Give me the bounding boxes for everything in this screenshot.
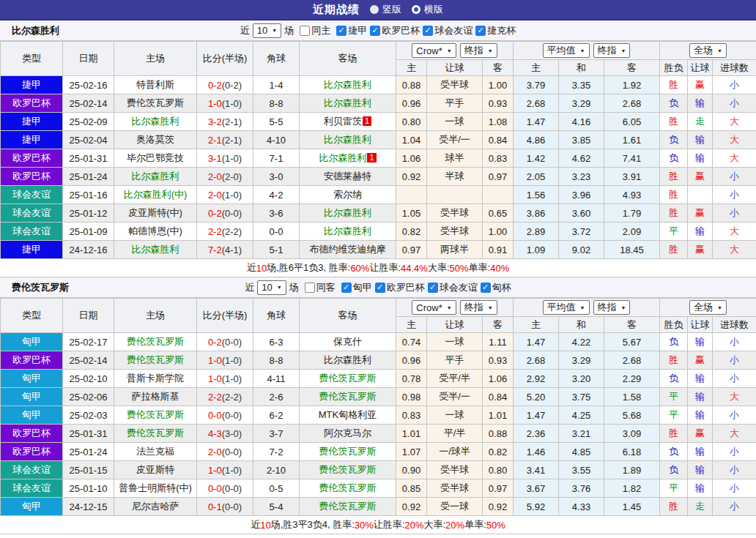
corner-cell: 1-4 (253, 76, 300, 94)
avg-away-odds: 3.91 (604, 168, 660, 186)
handicap-home-odds: 0.92 (396, 168, 427, 186)
sub-away-odds: 客 (483, 317, 514, 333)
league-filter-checkbox[interactable]: ✓匈杯 (481, 281, 511, 294)
avg-draw-odds: 4.25 (559, 406, 604, 425)
league-filter-checkbox[interactable]: ✓捷甲 (336, 24, 367, 37)
avg-home-odds: 5.20 (514, 388, 559, 406)
result-winloss: 负 (660, 149, 688, 168)
fulltime-select[interactable]: 全场▼ (689, 300, 727, 315)
checkbox-checked-icon[interactable]: ✓ (375, 283, 385, 293)
avg-home-odds: 1.09 (514, 241, 559, 259)
handicap-away-odds: 0.84 (483, 131, 514, 149)
avg-away-odds: 2.68 (604, 351, 660, 370)
bookmaker-select[interactable]: Crow*▼ (412, 43, 456, 58)
col-date: 日期 (63, 299, 114, 333)
section-summary: 近10场,胜3平3负4, 胜率:30% 让胜率:20% 大率:20% 单率:50… (0, 516, 756, 534)
avg-away-odds: 1.89 (604, 461, 660, 479)
final-odds-select[interactable]: 终指▼ (460, 300, 497, 315)
score-cell: 0-2(0-0) (197, 204, 253, 223)
recent-count-select[interactable]: 10 ▼ (257, 280, 286, 295)
league-filter-checkbox[interactable]: ✓捷克杯 (475, 24, 516, 37)
result-goals: 小 (713, 333, 756, 351)
handicap-line: 平/半 (427, 425, 483, 443)
red-card-badge: 1 (363, 116, 371, 126)
chevron-down-icon: ▼ (447, 48, 452, 53)
score-cell: 3-1(1-0) (197, 149, 253, 168)
type-cell: 捷甲 (1, 241, 63, 259)
home-team-cell: 费伦茨瓦罗斯 (114, 333, 197, 351)
home-team-cell: 普斯卡斯学院 (114, 370, 197, 388)
date-cell: 25-02-16 (63, 76, 114, 94)
average-select[interactable]: 平均值▼ (543, 43, 590, 58)
average-select[interactable]: 平均值▼ (543, 300, 590, 315)
checkbox-checked-icon[interactable]: ✓ (341, 283, 352, 293)
checkbox-checked-icon[interactable]: ✓ (336, 26, 346, 36)
final-odds-select-2[interactable]: 终指▼ (593, 43, 631, 58)
league-filter-checkbox[interactable]: ✓球会友谊 (428, 281, 478, 294)
checkbox-checked-icon[interactable]: ✓ (475, 26, 486, 36)
handicap-away-odds: 0.91 (483, 241, 514, 259)
checkbox-icon[interactable] (305, 283, 315, 293)
checkbox-checked-icon[interactable]: ✓ (370, 26, 380, 36)
col-home: 主场 (114, 299, 197, 333)
handicap-away-odds: 0.82 (483, 443, 514, 461)
result-goals: 大 (713, 425, 756, 443)
final-odds-select-2[interactable]: 终指▼ (593, 300, 631, 315)
checkbox-checked-icon[interactable]: ✓ (423, 26, 433, 36)
recent-count-select[interactable]: 10 ▼ (253, 23, 281, 38)
bookmaker-select[interactable]: Crow*▼ (412, 300, 456, 315)
result-handicap: 输 (688, 370, 713, 388)
corner-cell: 8-8 (253, 94, 300, 113)
date-cell: 25-02-14 (63, 94, 114, 113)
sub-avg-away: 客 (604, 317, 660, 333)
corner-cell: 6-3 (253, 333, 300, 351)
league-filter-checkbox[interactable]: ✓球会友谊 (423, 24, 472, 37)
result-handicap: 走 (688, 113, 713, 131)
league-filter-checkbox[interactable]: ✓欧罗巴杯 (375, 281, 425, 294)
score-cell: 1-0(1-0) (197, 94, 253, 113)
avg-home-odds: 2.05 (514, 168, 559, 186)
home-team-cell: 尼尔吉哈萨 (114, 498, 197, 516)
match-row: 捷甲24-12-16比尔森胜利7-2(4-1)5-1布德约维茨迪纳摩0.97两球… (1, 241, 756, 259)
checkbox-checked-icon[interactable]: ✓ (428, 283, 438, 293)
score-cell: 0-0(0-0) (197, 479, 253, 498)
radio-horizontal-layout[interactable]: 横版 (412, 3, 443, 16)
match-row: 匈甲25-02-06萨拉格斯基2-2(2-2)2-6费伦茨瓦罗斯0.98受半/一… (1, 388, 756, 406)
handicap-home-odds: 0.80 (396, 113, 427, 131)
final-odds-select[interactable]: 终指▼ (460, 43, 497, 58)
result-handicap: 输 (688, 388, 713, 406)
avg-away-odds: 1.45 (604, 498, 660, 516)
avg-away-odds: 1.58 (604, 388, 660, 406)
score-cell: 7-2(4-1) (197, 241, 253, 259)
sub-home-odds: 主 (396, 60, 427, 76)
corner-cell: 4-11 (253, 370, 300, 388)
avg-home-odds: 2.89 (514, 223, 559, 241)
league-filter-checkbox[interactable]: ✓匈甲 (341, 281, 372, 294)
home-team-cell: 奥洛莫茨 (114, 131, 197, 149)
handicap-home-odds: 1.07 (396, 443, 427, 461)
radio-vertical-layout[interactable]: 竖版 (370, 3, 401, 16)
result-goals: 大 (713, 131, 756, 149)
result-winloss: 负 (660, 461, 688, 479)
section-summary: 近10场,胜6平1负3, 胜率:60% 让胜率:44.4% 大率:50% 单率:… (0, 259, 756, 277)
checkbox-icon[interactable] (300, 26, 310, 36)
result-winloss: 胜 (660, 241, 688, 259)
score-cell: 1-0(1-0) (197, 370, 253, 388)
checkbox-checked-icon[interactable]: ✓ (481, 283, 491, 293)
same-side-checkbox[interactable]: 同客 (305, 281, 336, 294)
handicap-away-odds: 0.97 (483, 168, 514, 186)
result-goals: 小 (713, 168, 756, 186)
same-side-checkbox[interactable]: 同主 (300, 24, 330, 37)
handicap-away-odds: 1.06 (483, 370, 514, 388)
handicap-line: 受半/一 (427, 388, 483, 406)
league-filter-checkbox[interactable]: ✓欧罗巴杯 (370, 24, 420, 37)
corner-cell: 7-1 (253, 149, 300, 168)
radio-selected-icon[interactable] (412, 5, 420, 14)
away-team-cell: 比尔森胜利 (300, 131, 396, 149)
avg-home-odds: 1.46 (514, 443, 559, 461)
chevron-down-icon: ▼ (272, 28, 277, 33)
fulltime-select[interactable]: 全场▼ (689, 43, 727, 58)
radio-icon[interactable] (370, 5, 379, 14)
result-goals: 大 (713, 113, 756, 131)
match-row: 匈甲25-02-03费伦茨瓦罗斯0-0(0-0)6-2MTK匈格利亚0.83一球… (1, 406, 756, 425)
